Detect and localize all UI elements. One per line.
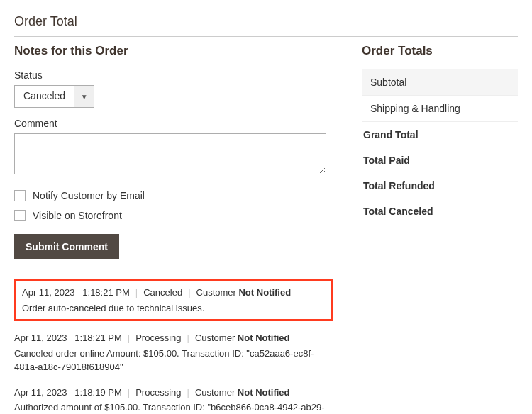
separator: | <box>135 287 138 298</box>
history-entry: Apr 11, 2023 1:18:21 PM|Canceled|Custome… <box>14 279 333 321</box>
totals-row: Total Paid <box>362 147 518 173</box>
order-totals-panel: Order Totals SubtotalShipping & Handling… <box>362 44 518 414</box>
comment-textarea[interactable] <box>14 133 326 174</box>
history-customer-prefix: Customer <box>195 332 238 343</box>
history-status: Processing <box>135 332 181 343</box>
history-meta: Apr 11, 2023 1:18:19 PM|Processing|Custo… <box>14 386 333 400</box>
totals-row: Grand Total <box>362 122 518 147</box>
history-status: Processing <box>135 387 181 398</box>
notify-checkbox[interactable] <box>14 190 26 201</box>
history-customer-state: Not Notified <box>238 387 290 398</box>
separator: | <box>187 332 189 343</box>
notify-label: Notify Customer by Email <box>33 190 145 201</box>
notes-panel: Notes for this Order Status Canceled ▼ C… <box>14 44 333 414</box>
chevron-down-icon: ▼ <box>74 86 94 107</box>
history-entry: Apr 11, 2023 1:18:19 PM|Processing|Custo… <box>14 381 333 415</box>
history-customer-state: Not Notified <box>238 332 290 343</box>
history-body: Canceled order online Amount: $105.00. T… <box>14 347 333 374</box>
totals-row: Shipping & Handling <box>362 96 518 122</box>
submit-comment-button[interactable]: Submit Comment <box>14 234 119 259</box>
status-label: Status <box>14 69 333 81</box>
history-body: Order auto-canceled due to technical iss… <box>22 301 326 315</box>
history-customer-state: Not Notified <box>238 287 291 298</box>
history-customer-prefix: Customer <box>196 287 239 298</box>
notes-heading: Notes for this Order <box>14 44 333 58</box>
visible-label: Visible on Storefront <box>33 210 122 221</box>
history-date: Apr 11, 2023 <box>22 287 74 298</box>
history-status: Canceled <box>143 287 182 298</box>
separator: | <box>128 332 130 343</box>
separator: | <box>187 387 189 398</box>
totals-row: Subtotal <box>362 69 518 96</box>
history-time: 1:18:19 PM <box>74 387 122 398</box>
order-totals-list: SubtotalShipping & HandlingGrand TotalTo… <box>362 69 518 224</box>
status-select[interactable]: Canceled ▼ <box>14 85 94 108</box>
history-meta: Apr 11, 2023 1:18:21 PM|Processing|Custo… <box>14 331 333 345</box>
section-title: Order Total <box>14 14 518 37</box>
history-customer-prefix: Customer <box>195 387 238 398</box>
totals-row: Total Refunded <box>362 173 518 198</box>
history-entry: Apr 11, 2023 1:18:21 PM|Processing|Custo… <box>14 327 333 381</box>
separator: | <box>128 387 130 398</box>
history-body: Authorized amount of $105.00. Transactio… <box>14 401 333 414</box>
separator: | <box>188 287 190 298</box>
history-date: Apr 11, 2023 <box>14 332 67 343</box>
history-time: 1:18:21 PM <box>74 332 122 343</box>
status-select-value: Canceled <box>15 86 74 107</box>
history-meta: Apr 11, 2023 1:18:21 PM|Canceled|Custome… <box>22 286 326 300</box>
comment-label: Comment <box>14 118 333 129</box>
order-history: Apr 11, 2023 1:18:21 PM|Canceled|Custome… <box>14 279 333 414</box>
visible-checkbox[interactable] <box>14 210 26 221</box>
history-time: 1:18:21 PM <box>82 287 130 298</box>
history-date: Apr 11, 2023 <box>14 387 67 398</box>
order-totals-heading: Order Totals <box>362 44 518 58</box>
totals-row: Total Canceled <box>362 198 518 224</box>
